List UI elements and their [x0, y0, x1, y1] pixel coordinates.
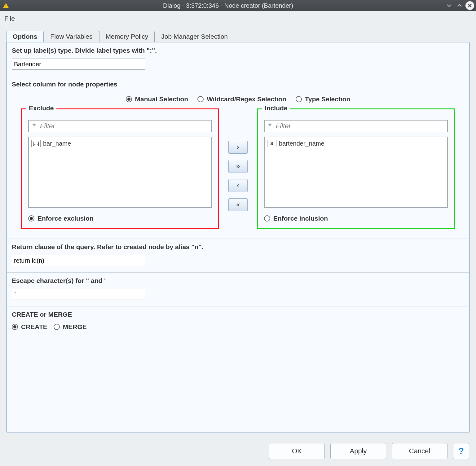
exclude-list[interactable]: [...] bar_name: [28, 137, 212, 208]
radio-dot-icon: [54, 324, 60, 330]
add-all-button[interactable]: »: [228, 160, 248, 173]
tab-job-manager[interactable]: Job Manager Selection: [155, 31, 234, 42]
move-buttons: › » ‹ «: [228, 108, 248, 229]
radio-label: Type Selection: [305, 95, 350, 103]
button-label: Apply: [350, 447, 367, 455]
list-item[interactable]: [...] bar_name: [31, 139, 209, 148]
minimize-icon[interactable]: [444, 1, 454, 10]
funnel-icon: [31, 123, 37, 130]
type-badge-string-icon: S: [267, 140, 276, 147]
include-filter[interactable]: [264, 120, 448, 132]
enforce-inclusion[interactable]: Enforce inclusion: [264, 215, 448, 222]
include-list[interactable]: S bartender_name: [264, 137, 448, 208]
section-columns: Select column for node properties Manual…: [7, 76, 469, 239]
chevron-left-icon: ‹: [237, 182, 239, 190]
escape-title: Escape character(s) for " and ': [12, 277, 464, 284]
dialog-footer: OK Apply Cancel ?: [0, 438, 476, 466]
radio-dot-icon: [28, 215, 34, 222]
return-clause-input[interactable]: [12, 255, 145, 266]
section-escape: Escape character(s) for " and ': [7, 273, 469, 306]
escape-input[interactable]: [12, 289, 145, 300]
radio-dot-icon: [126, 96, 132, 102]
include-filter-input[interactable]: [275, 122, 445, 130]
tab-label: Flow Variables: [50, 33, 92, 40]
options-panel: Set up label(s) type. Divide label types…: [6, 42, 470, 433]
radio-create[interactable]: CREATE: [12, 323, 47, 331]
radio-dot-icon: [197, 96, 204, 102]
svg-rect-2: [6, 7, 6, 7]
radio-dot-icon: [12, 324, 18, 330]
column-transfer-area: Exclude [...] bar_name Enforce exclusion: [12, 108, 464, 232]
enforce-label: Enforce exclusion: [37, 215, 94, 222]
close-icon[interactable]: [465, 1, 474, 10]
list-item[interactable]: S bartender_name: [267, 139, 445, 148]
tab-memory-policy[interactable]: Memory Policy: [99, 31, 155, 42]
tab-strip: Options Flow Variables Memory Policy Job…: [0, 25, 476, 42]
tab-label: Options: [13, 33, 37, 40]
svg-rect-1: [6, 4, 6, 6]
add-one-button[interactable]: ›: [228, 141, 248, 154]
column-name: bartender_name: [279, 140, 324, 147]
help-icon: ?: [458, 446, 464, 456]
type-badge-collection-icon: [...]: [31, 140, 41, 147]
apply-button[interactable]: Apply: [330, 443, 386, 459]
button-label: Cancel: [409, 447, 430, 455]
menubar: File: [0, 11, 476, 25]
menu-file[interactable]: File: [4, 15, 15, 22]
double-chevron-right-icon: »: [236, 162, 240, 170]
ok-button[interactable]: OK: [269, 443, 325, 459]
radio-wildcard-selection[interactable]: Wildcard/Regex Selection: [197, 95, 286, 103]
window-title: Dialog - 3:372:0:346 - Node creator (Bar…: [13, 2, 443, 9]
radio-dot-icon: [264, 215, 270, 222]
radio-label: Wildcard/Regex Selection: [207, 95, 286, 103]
columns-title: Select column for node properties: [12, 81, 464, 88]
chevron-right-icon: ›: [237, 143, 239, 151]
double-chevron-left-icon: «: [236, 201, 240, 209]
radio-dot-icon: [296, 96, 302, 102]
exclude-legend: Exclude: [26, 104, 56, 112]
section-labels: Set up label(s) type. Divide label types…: [7, 42, 469, 76]
column-name: bar_name: [43, 140, 71, 147]
exclude-filter[interactable]: [28, 120, 212, 132]
tab-flow-variables[interactable]: Flow Variables: [44, 31, 99, 42]
radio-type-selection[interactable]: Type Selection: [296, 95, 350, 103]
labels-title: Set up label(s) type. Divide label types…: [12, 47, 464, 54]
create-merge-title: CREATE or MERGE: [12, 311, 464, 318]
labels-input[interactable]: [12, 59, 145, 70]
radio-label: MERGE: [63, 323, 87, 331]
section-return-clause: Return clause of the query. Refer to cre…: [7, 239, 469, 273]
section-create-merge: CREATE or MERGE CREATE MERGE: [7, 306, 469, 337]
button-label: OK: [292, 447, 302, 455]
enforce-exclusion[interactable]: Enforce exclusion: [28, 215, 212, 222]
tab-options[interactable]: Options: [6, 31, 44, 42]
radio-manual-selection[interactable]: Manual Selection: [126, 95, 188, 103]
radio-merge[interactable]: MERGE: [54, 323, 87, 331]
enforce-label: Enforce inclusion: [273, 215, 328, 222]
titlebar: Dialog - 3:372:0:346 - Node creator (Bar…: [0, 0, 476, 11]
return-clause-title: Return clause of the query. Refer to cre…: [12, 243, 464, 251]
cancel-button[interactable]: Cancel: [392, 443, 447, 459]
dialog-window: Dialog - 3:372:0:346 - Node creator (Bar…: [0, 0, 476, 466]
include-legend: Include: [262, 104, 290, 112]
funnel-icon: [267, 123, 273, 130]
maximize-icon[interactable]: [455, 1, 464, 10]
tab-label: Job Manager Selection: [161, 33, 228, 40]
exclude-filter-input[interactable]: [39, 122, 209, 130]
remove-one-button[interactable]: ‹: [228, 179, 248, 192]
include-fieldset: Include S bartender_name Enforce inclusi: [257, 108, 455, 229]
exclude-fieldset: Exclude [...] bar_name Enforce exclusion: [21, 108, 219, 229]
app-icon: [2, 2, 10, 10]
tab-label: Memory Policy: [106, 33, 148, 40]
selection-mode-row: Manual Selection Wildcard/Regex Selectio…: [12, 95, 464, 103]
radio-label: CREATE: [21, 323, 47, 331]
help-button[interactable]: ?: [453, 443, 469, 459]
remove-all-button[interactable]: «: [228, 198, 248, 211]
radio-label: Manual Selection: [135, 95, 188, 103]
